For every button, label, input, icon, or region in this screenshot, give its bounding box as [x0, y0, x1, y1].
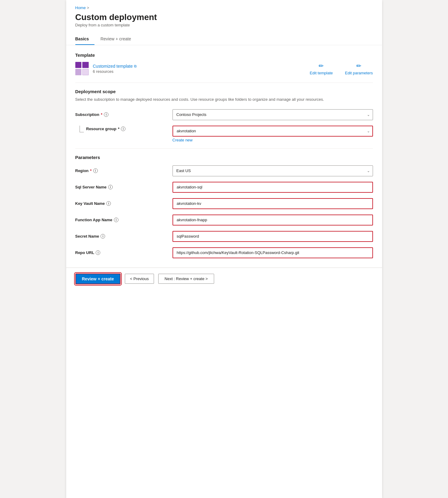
- sql-server-name-info-icon[interactable]: i: [108, 185, 113, 189]
- secret-name-row: Secret Name i: [75, 231, 373, 242]
- template-name-link[interactable]: Customized template ⧉: [93, 64, 137, 69]
- create-new-link[interactable]: Create new: [173, 138, 373, 142]
- sql-server-name-input[interactable]: [173, 182, 373, 193]
- resource-group-label: Resource group * i: [86, 127, 126, 131]
- region-label: Region * i: [75, 168, 173, 173]
- repo-url-label: Repo URL i: [75, 250, 173, 255]
- key-vault-name-info-icon[interactable]: i: [106, 201, 111, 206]
- key-vault-name-input[interactable]: [173, 198, 373, 209]
- breadcrumb-area: Home >: [66, 0, 382, 10]
- tile-4: [82, 69, 89, 76]
- repo-url-row: Repo URL i: [75, 247, 373, 258]
- tile-1: [75, 62, 82, 68]
- template-resources: 6 resources: [93, 69, 137, 74]
- tabs-bar: Basics Review + create: [66, 33, 382, 45]
- sql-server-name-row: Sql Server Name i: [75, 182, 373, 193]
- edit-template-button[interactable]: ✏ Edit template: [310, 62, 333, 75]
- tab-review-create[interactable]: Review + create: [101, 33, 137, 45]
- template-section-title: Template: [75, 53, 373, 58]
- key-vault-name-label: Key Vault Name i: [75, 201, 173, 206]
- rg-required: *: [118, 127, 119, 131]
- edit-parameters-button[interactable]: ✏ Edit parameters: [345, 62, 373, 75]
- edit-parameters-icon: ✏: [356, 62, 361, 69]
- region-select[interactable]: East US: [173, 165, 373, 176]
- rg-info-icon[interactable]: i: [121, 127, 125, 131]
- breadcrumb-separator: >: [87, 6, 89, 10]
- divider-2: [75, 148, 373, 149]
- secret-name-input[interactable]: [173, 231, 373, 242]
- edit-template-icon: ✏: [319, 62, 324, 69]
- deployment-scope-desc: Select the subscription to manage deploy…: [75, 97, 373, 103]
- page-subtitle: Deploy from a custom template: [66, 23, 382, 33]
- sql-server-name-label: Sql Server Name i: [75, 185, 173, 189]
- subscription-select-wrapper: Contoso Projects ⌄: [173, 109, 373, 120]
- resource-group-select[interactable]: akvrotation: [173, 126, 373, 137]
- breadcrumb-home[interactable]: Home: [75, 5, 86, 10]
- tab-basics[interactable]: Basics: [75, 33, 94, 45]
- parameters-title: Parameters: [75, 155, 373, 160]
- deployment-scope-title: Deployment scope: [75, 89, 373, 94]
- template-left: Customized template ⧉ 6 resources: [75, 62, 137, 75]
- resource-group-row: Resource group * i akvrotation ⌄ Create …: [75, 126, 373, 142]
- external-link-icon: ⧉: [134, 64, 137, 68]
- key-vault-name-row: Key Vault Name i: [75, 198, 373, 209]
- tile-2: [82, 62, 89, 68]
- template-actions: ✏ Edit template ✏ Edit parameters: [310, 62, 373, 75]
- function-app-name-input[interactable]: [173, 215, 373, 225]
- footer: Review + create < Previous Next : Review…: [66, 267, 382, 290]
- subscription-select[interactable]: Contoso Projects: [173, 109, 373, 120]
- rg-tree-line: Resource group * i: [80, 126, 126, 132]
- tile-3: [75, 69, 82, 76]
- template-icon: [75, 62, 89, 75]
- repo-url-info-icon[interactable]: i: [96, 250, 100, 255]
- function-app-name-row: Function App Name i: [75, 215, 373, 225]
- secret-name-label: Secret Name i: [75, 234, 173, 239]
- subscription-info-icon[interactable]: i: [104, 112, 108, 117]
- region-info-icon[interactable]: i: [93, 168, 98, 173]
- divider-1: [75, 83, 373, 83]
- page-title: Custom deployment: [66, 10, 382, 23]
- previous-button[interactable]: < Previous: [125, 274, 154, 284]
- rg-tree-corner: [80, 126, 84, 132]
- function-app-name-info-icon[interactable]: i: [114, 218, 118, 222]
- region-select-wrapper: East US ⌄: [173, 165, 373, 176]
- region-row: Region * i East US ⌄: [75, 165, 373, 176]
- function-app-name-label: Function App Name i: [75, 218, 173, 222]
- resource-group-select-wrapper: akvrotation ⌄: [173, 126, 373, 137]
- review-create-button[interactable]: Review + create: [75, 273, 121, 284]
- subscription-required: *: [101, 112, 102, 117]
- region-required: *: [90, 168, 92, 173]
- template-row: Customized template ⧉ 6 resources ✏ Edit…: [75, 62, 373, 75]
- main-content: Template Customized template ⧉: [66, 45, 382, 258]
- subscription-row: Subscription * i Contoso Projects ⌄: [75, 109, 373, 120]
- next-button[interactable]: Next : Review + create >: [158, 274, 214, 284]
- secret-name-info-icon[interactable]: i: [101, 234, 105, 239]
- subscription-label: Subscription * i: [75, 112, 173, 117]
- repo-url-input[interactable]: [173, 247, 373, 258]
